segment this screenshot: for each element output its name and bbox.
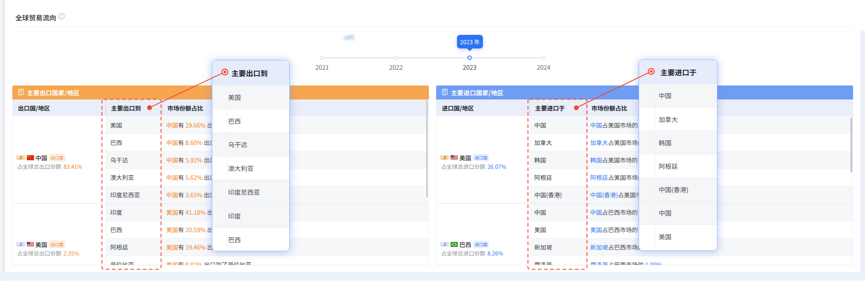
partner-cell: 印度 [106,204,163,221]
flag-brazil-icon [451,242,458,247]
share-cell: 摩洛哥占巴西市场的 1.09% [586,256,854,266]
popup-list-item: 印度尼西亚 [212,180,289,204]
partner-cell: 摩洛哥 [530,256,586,266]
share-text: 占美国市场的 [602,121,638,129]
share-cell: 阿根廷占美国市场的 [586,169,854,186]
share-cell: 中国占巴西市场的 [586,204,854,221]
popup-list-item: 韩国 [639,131,717,154]
partner-cell: 澳大利亚 [106,169,163,186]
rank-badge: 1 [441,155,448,160]
column-header: 出口国/地区 [12,99,106,116]
timeline-track[interactable] [322,57,544,58]
country-link[interactable]: 美国 [166,243,178,251]
share-text: 有 [178,243,186,251]
country-group-header: 2 美国 出口国 [17,240,65,249]
share-cell: 美国有 41.18% 出口到了印度 [163,204,429,221]
partner-cell: 阿根廷 [530,169,586,186]
popup-list-item: 巴西 [212,228,289,251]
share-text: 有 [178,208,186,216]
share-percent: 5.92% [186,156,203,164]
flag-usa-icon [27,242,34,247]
share-text: 占巴西市场的 [602,208,638,216]
country-name: 美国 [459,153,471,162]
country-link[interactable]: 美国 [166,225,178,234]
header-column-divider [586,99,586,116]
timeline-dot-2022[interactable] [394,56,398,60]
flag-usa-icon [451,155,458,160]
country-link[interactable]: 美国 [166,208,178,216]
country-link[interactable]: 中国 [590,121,602,129]
share-percent: 8.82% [186,260,203,266]
share-cell: 加拿大占美国市场的 [586,134,854,151]
timeline-dot-2023[interactable] [467,55,472,60]
share-label: 占全球总出口份额 [17,162,61,170]
popup-list: 中国加拿大韩国阿根廷中国(香港)中国美国 [639,84,717,248]
info-icon[interactable] [58,13,65,20]
popup-list-item: 巴西 [212,109,289,133]
country-link[interactable]: 中国 [590,208,602,216]
country-link[interactable]: 美国 [166,260,178,266]
share-value: 26.07% [487,162,506,170]
share-cell: 美国有 19.46% 出口到了阿根廷 [163,238,429,255]
country-link[interactable]: 中国 [166,121,178,129]
scrollbar-thumb[interactable] [851,117,852,173]
rank-number: 2 [20,242,22,246]
popup-column-divider [227,85,227,251]
body-column-divider [586,116,587,265]
country-link[interactable]: 阿根廷 [590,173,608,182]
share-cell: 中国有 3.65% 出口到了印度尼西亚 [163,186,429,203]
country-link[interactable]: 中国 [166,156,178,164]
popup-title: 主要进口于 [639,60,717,84]
timeline-dot-2024[interactable] [542,56,545,60]
badge-wing [24,156,26,160]
header-column-divider [529,99,530,116]
country-link[interactable]: 中国 [166,190,178,199]
country-link[interactable]: 中国 [166,138,178,147]
country-link[interactable]: 新加坡 [590,243,608,251]
partner-cell: 加拿大 [530,134,586,151]
country-group-share: 占全球总进口份额8.26% [441,249,503,257]
timeline-year-label[interactable]: 2024 [537,62,550,71]
country-link[interactable]: 摩洛哥 [590,260,608,266]
share-cell: 新加坡占巴西市场的 [586,238,854,255]
share-cell: 中国有 5.62% 出口到了澳大利亚 [163,169,429,186]
partner-cell: 美国 [106,116,163,133]
rank-badge: 2 [17,242,24,247]
partner-cell: 中国 [530,116,586,133]
body-column-divider [530,116,530,265]
country-link[interactable]: 韩国 [590,156,602,164]
country-group-share: 占全球总出口份额2.35% [17,249,79,257]
share-cell: 韩国占美国市场的 [586,151,854,168]
timeline-year-label[interactable]: 2023 [463,62,477,71]
share-value: 2.35% [63,249,79,257]
country-link[interactable]: 美国 [590,225,602,234]
timeline-year-label[interactable]: 2021 [315,62,329,71]
country-link[interactable]: 中国 [166,173,178,182]
role-tag: 出口国 [49,241,65,248]
watermark-smudge-2 [351,38,356,40]
column-header: 主要进口于 [529,99,586,116]
share-text-tail: 出口到了哥伦比亚 [203,260,251,266]
scrollbar-thumb[interactable] [426,100,428,197]
page-left-gutter-inner [3,0,5,281]
export-popup: 主要出口到 美国巴西乌干达澳大利亚印度尼西亚印度巴西 [212,60,290,251]
country-group-share: 占全球总出口份额83.41% [17,162,82,170]
share-cell: 中国有 29.66% 出口到了美国 [163,116,429,133]
popup-list-item: 阿根廷 [639,154,717,178]
timeline-dot-2021[interactable] [320,56,324,60]
share-text: 有 [178,173,186,182]
country-link[interactable]: 中国(香港) [590,190,618,199]
rank-number: 1 [443,156,445,159]
share-label: 占全球总出口份额 [17,249,61,257]
popup-list-item: 美国 [639,225,717,248]
body-column-divider [106,116,106,265]
timeline-year-label[interactable]: 2022 [389,62,403,71]
report-icon [442,89,448,96]
badge-wing [440,156,442,160]
share-cell: 美国有 20.59% 出口到了巴西 [163,221,429,238]
page-title: 全球贸易流向 [15,12,56,23]
country-link[interactable]: 加拿大 [590,138,608,147]
share-percent: 8.60% [186,138,203,147]
report-icon [18,89,25,96]
badge-wing [16,156,18,160]
